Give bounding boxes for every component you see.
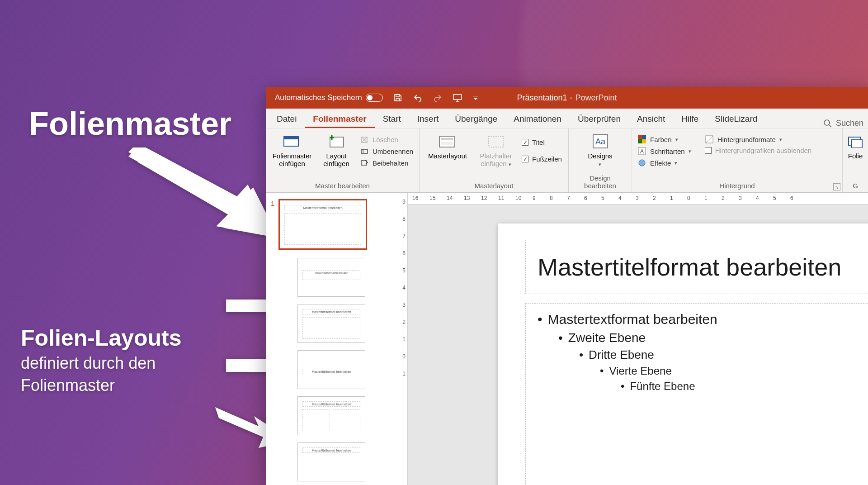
ruler-tick-label: 4 — [756, 195, 759, 201]
dialog-launcher-icon[interactable]: ↘ — [833, 183, 840, 190]
insert-layout-label-1: Layout — [326, 152, 346, 160]
svg-rect-4 — [396, 95, 399, 97]
insert-slide-master-button[interactable]: Folienmastereinfügen — [271, 131, 313, 168]
autosave-toggle[interactable] — [366, 94, 383, 102]
tab-ueberpruefen[interactable]: Überprüfen — [570, 109, 629, 128]
svg-rect-6 — [453, 95, 462, 100]
hide-bg-graphics-checkbox[interactable]: Hintergrundgrafiken ausblenden — [705, 147, 811, 154]
ruler-tick-label: 4 — [402, 285, 406, 291]
ruler-tick-label: 15 — [429, 195, 435, 201]
rename-button[interactable]: Umbenennen — [360, 147, 413, 156]
preserve-icon — [360, 158, 369, 167]
slide-canvas-area[interactable]: Mastertitelformat bearbeiten Mastertextf… — [408, 204, 868, 485]
tab-uebergaenge[interactable]: Übergänge — [447, 109, 505, 128]
annotation-layouts-title: Folien-Layouts — [21, 325, 182, 351]
master-number: 1 — [271, 200, 274, 207]
ruler-tick-label: 2 — [402, 319, 406, 325]
ruler-tick-label: 7 — [402, 233, 406, 239]
svg-text:A: A — [640, 148, 644, 155]
svg-rect-13 — [361, 161, 367, 165]
title-placeholder[interactable]: Mastertitelformat bearbeiten — [525, 240, 868, 294]
body-level-3: Dritte Ebene — [579, 348, 868, 362]
insert-slide-master-label-2: einfügen — [279, 160, 305, 167]
footers-checkbox[interactable]: Fußzeilen — [522, 155, 562, 163]
tab-hilfe[interactable]: Hilfe — [673, 109, 707, 128]
vertical-ruler: 98765432101 — [394, 193, 408, 485]
insert-slide-master-label-1: Folienmaster — [273, 152, 312, 160]
title-checkbox[interactable]: Titel — [522, 138, 562, 146]
effects-button[interactable]: Effekte ▾ — [637, 158, 691, 167]
present-from-start-icon[interactable] — [453, 93, 462, 103]
themes-button[interactable]: Aa Designs▾ — [582, 131, 618, 168]
hide-bg-graphics-label: Hintergrundgrafiken ausblenden — [715, 147, 811, 154]
ruler-tick-label: 12 — [481, 195, 487, 201]
ruler-tick-label: 2 — [722, 195, 725, 201]
effects-icon — [637, 158, 646, 167]
layout-thumbnail[interactable]: Mastertitelformat bearbeiten — [297, 304, 365, 343]
layout-thumbnail[interactable]: Mastertitelformat bearbeiten — [297, 258, 365, 297]
svg-rect-20 — [638, 135, 642, 139]
ruler-tick-label: 6 — [790, 195, 793, 201]
ruler-tick-label: 8 — [402, 216, 406, 222]
insert-layout-label-2: einfügen — [323, 160, 349, 167]
insert-placeholder-button[interactable]: Platzhaltereinfügen ▾ — [476, 131, 516, 168]
layout-thumbnail[interactable]: Mastertitelformat bearbeiten — [297, 350, 365, 389]
colors-icon — [637, 135, 646, 144]
redo-icon[interactable] — [433, 93, 443, 103]
master-slide[interactable]: Mastertitelformat bearbeiten Mastertextf… — [498, 223, 868, 485]
svg-rect-5 — [396, 99, 400, 101]
tab-insert[interactable]: Insert — [409, 109, 447, 128]
layout-thumbnail[interactable]: Mastertitelformat bearbeiten — [297, 396, 365, 435]
thumbnail-pane[interactable]: 1 Mastertitelformat bearbeiten Mastertit… — [266, 193, 394, 485]
tab-start[interactable]: Start — [375, 109, 409, 128]
body-level-1: Mastertextformat bearbeiten — [538, 312, 868, 327]
ruler-tick-label: 8 — [550, 195, 553, 201]
ribbon-tabs: Datei Folienmaster Start Insert Übergäng… — [266, 109, 868, 128]
insert-layout-button[interactable]: Layouteinfügen — [318, 131, 354, 168]
svg-rect-23 — [642, 139, 646, 143]
master-layout-button[interactable]: Masterlayout — [425, 131, 470, 160]
body-level-4: Vierte Ebene — [600, 365, 868, 377]
tab-animationen[interactable]: Animationen — [505, 109, 570, 128]
background-styles-label: Hintergrundformate — [717, 136, 776, 143]
layout-thumbnail[interactable]: Mastertitelformat bearbeiten — [297, 442, 365, 481]
ribbon: Folienmastereinfügen Layouteinfügen Lösc… — [266, 128, 868, 193]
insert-placeholder-icon — [487, 134, 505, 149]
tell-me-search[interactable]: Suchen — [823, 119, 865, 128]
delete-button[interactable]: Löschen — [360, 135, 413, 144]
background-styles-button[interactable]: Hintergrundformate ▾ — [705, 135, 811, 144]
group-groesse-label: G — [848, 181, 863, 190]
master-thumbnail[interactable]: 1 Mastertitelformat bearbeiten — [278, 199, 367, 250]
fonts-button[interactable]: ASchriftarten ▾ — [637, 147, 691, 156]
annotation-layouts-sub2: Folienmaster — [21, 375, 182, 395]
tab-datei[interactable]: Datei — [269, 109, 305, 128]
ruler-tick-label: 3 — [739, 195, 742, 201]
slide-size-button[interactable]: Folie — [846, 131, 864, 160]
svg-rect-12 — [361, 149, 368, 153]
themes-icon: Aa — [591, 134, 609, 149]
svg-point-7 — [824, 120, 830, 125]
tab-folienmaster[interactable]: Folienmaster — [305, 109, 374, 128]
svg-rect-29 — [851, 140, 862, 148]
ruler-tick-label: 5 — [601, 195, 604, 201]
master-layout-label: Masterlayout — [428, 152, 467, 160]
preserve-button[interactable]: Beibehalten — [360, 158, 413, 167]
group-master-bearbeiten-label: Master bearbeiten — [271, 181, 414, 190]
colors-button[interactable]: Farben ▾ — [637, 135, 691, 144]
tab-ansicht[interactable]: Ansicht — [629, 109, 673, 128]
ruler-tick-label: 0 — [402, 353, 406, 360]
body-placeholder[interactable]: Mastertextformat bearbeiten Zweite Ebene… — [525, 303, 868, 485]
checkbox-checked-icon — [522, 139, 528, 146]
group-design-label: Design bearbeiten — [574, 173, 626, 190]
slide-size-label: Folie — [848, 152, 863, 160]
ruler-tick-label: 1 — [670, 195, 673, 201]
save-icon[interactable] — [393, 93, 403, 103]
tab-slidelizard[interactable]: SlideLizard — [707, 109, 765, 128]
undo-icon[interactable] — [413, 93, 423, 103]
background-styles-icon — [705, 135, 714, 144]
svg-rect-16 — [441, 142, 453, 145]
rename-label: Umbenennen — [373, 147, 413, 155]
effects-label: Effekte — [650, 159, 671, 167]
ruler-tick-label: 7 — [567, 195, 570, 201]
qat-customize-icon[interactable] — [472, 93, 479, 103]
